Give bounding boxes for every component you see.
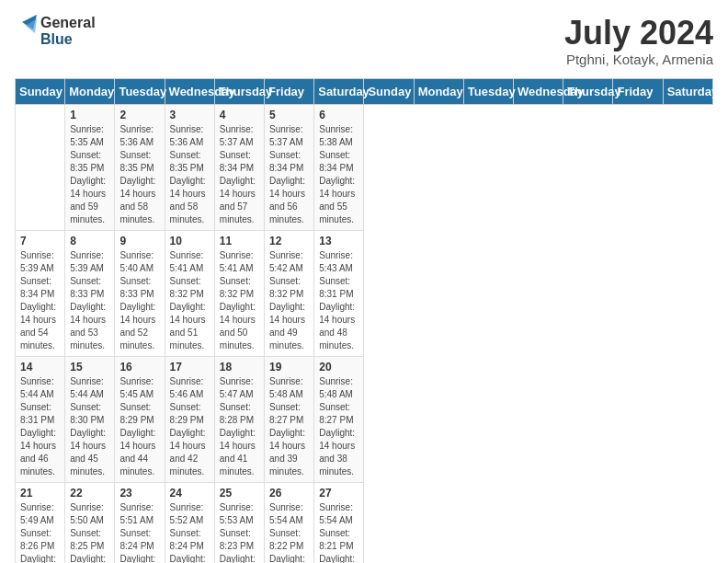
cell-content: Sunrise: 5:49 AM Sunset: 8:26 PM Dayligh… (20, 501, 60, 563)
calendar-cell: 25Sunrise: 5:53 AM Sunset: 8:23 PM Dayli… (214, 482, 264, 563)
day-number: 13 (319, 235, 358, 247)
day-number: 26 (269, 487, 309, 500)
day-number: 11 (220, 235, 259, 247)
day-number: 8 (70, 235, 109, 247)
calendar-cell: 6Sunrise: 5:38 AM Sunset: 8:34 PM Daylig… (314, 104, 364, 230)
day-number: 1 (70, 109, 109, 121)
day-header: Thursday (563, 78, 613, 104)
day-header-tuesday: Tuesday (115, 78, 165, 104)
calendar-cell: 12Sunrise: 5:42 AM Sunset: 8:32 PM Dayli… (265, 230, 314, 356)
cell-content: Sunrise: 5:48 AM Sunset: 8:27 PM Dayligh… (269, 375, 309, 478)
calendar-cell: 20Sunrise: 5:48 AM Sunset: 8:27 PM Dayli… (314, 356, 364, 482)
calendar-cell: 17Sunrise: 5:46 AM Sunset: 8:29 PM Dayli… (165, 356, 214, 482)
day-number: 14 (20, 361, 60, 373)
day-header: Sunday (364, 78, 414, 104)
day-number: 18 (220, 361, 259, 373)
day-number: 9 (119, 235, 159, 247)
calendar-week-1: 1Sunrise: 5:35 AM Sunset: 8:35 PM Daylig… (16, 104, 713, 230)
cell-content: Sunrise: 5:37 AM Sunset: 8:34 PM Dayligh… (220, 123, 259, 226)
cell-content: Sunrise: 5:51 AM Sunset: 8:24 PM Dayligh… (119, 501, 159, 563)
title-section: July 2024 Ptghni, Kotayk, Armenia (564, 15, 713, 67)
day-number: 2 (119, 109, 159, 121)
calendar-cell: 11Sunrise: 5:41 AM Sunset: 8:32 PM Dayli… (214, 230, 264, 356)
logo-text: General Blue (40, 15, 96, 47)
cell-content: Sunrise: 5:44 AM Sunset: 8:30 PM Dayligh… (70, 375, 109, 478)
cell-content: Sunrise: 5:52 AM Sunset: 8:24 PM Dayligh… (170, 501, 210, 563)
day-number: 17 (170, 361, 210, 373)
calendar-cell: 8Sunrise: 5:39 AM Sunset: 8:33 PM Daylig… (65, 230, 115, 356)
cell-content: Sunrise: 5:53 AM Sunset: 8:23 PM Dayligh… (220, 501, 259, 563)
day-number: 22 (70, 487, 109, 500)
day-header-saturday: Saturday (314, 78, 364, 104)
cell-content: Sunrise: 5:54 AM Sunset: 8:21 PM Dayligh… (319, 501, 358, 563)
day-number: 24 (170, 487, 210, 500)
cell-content: Sunrise: 5:48 AM Sunset: 8:27 PM Dayligh… (319, 375, 358, 478)
day-number: 3 (170, 109, 210, 121)
calendar-week-4: 21Sunrise: 5:49 AM Sunset: 8:26 PM Dayli… (16, 482, 713, 563)
calendar-cell: 27Sunrise: 5:54 AM Sunset: 8:21 PM Dayli… (314, 482, 364, 563)
day-number: 10 (170, 235, 210, 247)
location-subtitle: Ptghni, Kotayk, Armenia (564, 52, 713, 67)
calendar-cell (16, 104, 65, 230)
calendar-cell: 1Sunrise: 5:35 AM Sunset: 8:35 PM Daylig… (65, 104, 115, 230)
calendar-cell: 18Sunrise: 5:47 AM Sunset: 8:28 PM Dayli… (214, 356, 264, 482)
day-header-sunday: Sunday (16, 78, 65, 104)
calendar-cell: 4Sunrise: 5:37 AM Sunset: 8:34 PM Daylig… (214, 104, 264, 230)
day-header-thursday: Thursday (214, 78, 264, 104)
day-number: 23 (119, 487, 159, 500)
calendar-cell: 19Sunrise: 5:48 AM Sunset: 8:27 PM Dayli… (265, 356, 314, 482)
calendar-week-2: 7Sunrise: 5:39 AM Sunset: 8:34 PM Daylig… (16, 230, 713, 356)
cell-content: Sunrise: 5:39 AM Sunset: 8:33 PM Dayligh… (70, 249, 109, 352)
calendar-cell: 10Sunrise: 5:41 AM Sunset: 8:32 PM Dayli… (165, 230, 214, 356)
day-number: 5 (269, 109, 309, 121)
calendar-header-row: SundayMondayTuesdayWednesdayThursdayFrid… (16, 78, 713, 104)
day-header-friday: Friday (265, 78, 314, 104)
day-number: 4 (220, 109, 259, 121)
cell-content: Sunrise: 5:41 AM Sunset: 8:32 PM Dayligh… (170, 249, 210, 352)
calendar-cell: 23Sunrise: 5:51 AM Sunset: 8:24 PM Dayli… (115, 482, 165, 563)
cell-content: Sunrise: 5:46 AM Sunset: 8:29 PM Dayligh… (170, 375, 210, 478)
day-number: 7 (20, 235, 60, 247)
calendar-cell: 9Sunrise: 5:40 AM Sunset: 8:33 PM Daylig… (115, 230, 165, 356)
cell-content: Sunrise: 5:42 AM Sunset: 8:32 PM Dayligh… (269, 249, 309, 352)
day-header: Friday (613, 78, 663, 104)
day-header-wednesday: Wednesday (165, 78, 214, 104)
calendar-cell: 15Sunrise: 5:44 AM Sunset: 8:30 PM Dayli… (65, 356, 115, 482)
calendar-cell: 22Sunrise: 5:50 AM Sunset: 8:25 PM Dayli… (65, 482, 115, 563)
day-header: Wednesday (514, 78, 563, 104)
cell-content: Sunrise: 5:44 AM Sunset: 8:31 PM Dayligh… (20, 375, 60, 478)
calendar-cell: 2Sunrise: 5:36 AM Sunset: 8:35 PM Daylig… (115, 104, 165, 230)
cell-content: Sunrise: 5:38 AM Sunset: 8:34 PM Dayligh… (319, 123, 358, 226)
cell-content: Sunrise: 5:39 AM Sunset: 8:34 PM Dayligh… (20, 249, 60, 352)
cell-content: Sunrise: 5:41 AM Sunset: 8:32 PM Dayligh… (220, 249, 259, 352)
calendar-cell: 5Sunrise: 5:37 AM Sunset: 8:34 PM Daylig… (265, 104, 314, 230)
calendar-cell: 24Sunrise: 5:52 AM Sunset: 8:24 PM Dayli… (165, 482, 214, 563)
day-header-monday: Monday (65, 78, 115, 104)
calendar-cell: 14Sunrise: 5:44 AM Sunset: 8:31 PM Dayli… (16, 356, 65, 482)
day-number: 19 (269, 361, 309, 373)
day-number: 21 (20, 487, 60, 500)
day-number: 16 (119, 361, 159, 373)
calendar-cell: 7Sunrise: 5:39 AM Sunset: 8:34 PM Daylig… (16, 230, 65, 356)
calendar-cell: 26Sunrise: 5:54 AM Sunset: 8:22 PM Dayli… (265, 482, 314, 563)
logo: General Blue (15, 15, 96, 48)
calendar-cell: 13Sunrise: 5:43 AM Sunset: 8:31 PM Dayli… (314, 230, 364, 356)
calendar-week-3: 14Sunrise: 5:44 AM Sunset: 8:31 PM Dayli… (16, 356, 713, 482)
cell-content: Sunrise: 5:35 AM Sunset: 8:35 PM Dayligh… (70, 123, 109, 226)
cell-content: Sunrise: 5:36 AM Sunset: 8:35 PM Dayligh… (119, 123, 159, 226)
calendar-table: SundayMondayTuesdayWednesdayThursdayFrid… (15, 78, 713, 563)
day-number: 15 (70, 361, 109, 373)
cell-content: Sunrise: 5:40 AM Sunset: 8:33 PM Dayligh… (119, 249, 159, 352)
cell-content: Sunrise: 5:45 AM Sunset: 8:29 PM Dayligh… (119, 375, 159, 478)
cell-content: Sunrise: 5:54 AM Sunset: 8:22 PM Dayligh… (269, 501, 309, 563)
day-number: 12 (269, 235, 309, 247)
cell-content: Sunrise: 5:36 AM Sunset: 8:35 PM Dayligh… (170, 123, 210, 226)
logo-bird-icon (15, 15, 37, 48)
day-number: 6 (319, 109, 358, 121)
cell-content: Sunrise: 5:37 AM Sunset: 8:34 PM Dayligh… (269, 123, 309, 226)
day-header: Monday (414, 78, 463, 104)
day-header: Tuesday (463, 78, 513, 104)
cell-content: Sunrise: 5:43 AM Sunset: 8:31 PM Dayligh… (319, 249, 358, 352)
day-number: 20 (319, 361, 358, 373)
month-year-title: July 2024 (564, 15, 713, 52)
